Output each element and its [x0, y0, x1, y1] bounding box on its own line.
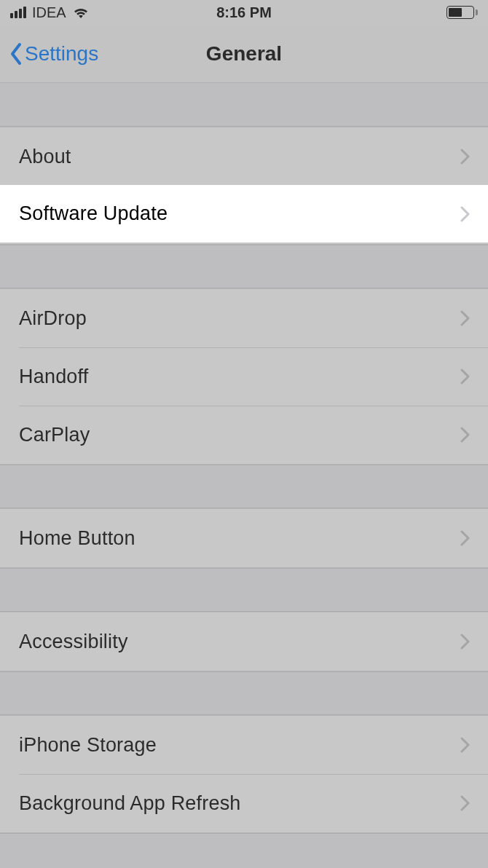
- chevron-right-icon: [460, 310, 471, 326]
- row-airdrop[interactable]: AirDrop: [0, 289, 488, 347]
- section-spacer: [0, 465, 488, 508]
- row-label: Handoff: [19, 366, 88, 388]
- row-label: iPhone Storage: [19, 734, 157, 757]
- chevron-right-icon: [460, 634, 471, 650]
- row-background-app-refresh[interactable]: Background App Refresh: [0, 774, 488, 832]
- status-time: 8:16 PM: [216, 4, 272, 21]
- row-iphone-storage[interactable]: iPhone Storage: [0, 716, 488, 774]
- row-label: Software Update: [19, 202, 168, 225]
- chevron-right-icon: [460, 368, 471, 384]
- chevron-right-icon: [460, 427, 471, 443]
- row-handoff[interactable]: Handoff: [0, 347, 488, 406]
- chevron-right-icon: [460, 530, 471, 546]
- chevron-right-icon: [460, 737, 471, 753]
- status-bar: IDEA 8:16 PM: [0, 0, 488, 25]
- row-label: AirDrop: [19, 307, 87, 330]
- row-label: Accessibility: [19, 631, 128, 653]
- row-label: Home Button: [19, 527, 135, 550]
- back-button[interactable]: Settings: [9, 42, 98, 66]
- row-label: CarPlay: [19, 424, 90, 446]
- row-label: About: [19, 146, 71, 168]
- section-spacer: [0, 671, 488, 715]
- row-carplay[interactable]: CarPlay: [0, 406, 488, 464]
- back-label: Settings: [25, 42, 98, 66]
- page-title: General: [206, 42, 282, 66]
- nav-bar: Settings General: [0, 25, 488, 83]
- row-about[interactable]: About: [0, 127, 488, 186]
- section-spacer: [0, 833, 488, 868]
- section-spacer: [0, 245, 488, 288]
- row-software-update-highlight[interactable]: Software Update: [0, 185, 488, 242]
- chevron-right-icon: [460, 206, 471, 222]
- row-home-button[interactable]: Home Button: [0, 509, 488, 567]
- cellular-signal-icon: [10, 7, 26, 18]
- chevron-left-icon: [9, 42, 23, 66]
- chevron-right-icon: [460, 149, 471, 165]
- carrier-label: IDEA: [32, 4, 66, 21]
- chevron-right-icon: [460, 795, 471, 811]
- battery-icon: [446, 6, 478, 19]
- wifi-icon: [72, 6, 90, 19]
- row-label: Background App Refresh: [19, 792, 241, 815]
- section-spacer: [0, 83, 488, 127]
- section-spacer: [0, 568, 488, 612]
- row-accessibility[interactable]: Accessibility: [0, 612, 488, 671]
